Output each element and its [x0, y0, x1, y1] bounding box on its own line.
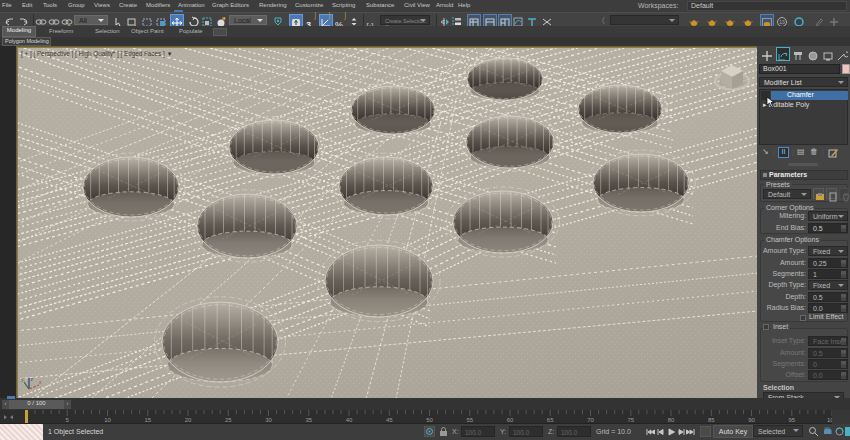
svg-text:85: 85: [708, 417, 715, 423]
svg-text:80: 80: [668, 417, 675, 423]
svg-text:10: 10: [104, 417, 111, 423]
svg-text:40: 40: [346, 417, 353, 423]
svg-text:13: 13: [779, 19, 785, 25]
svg-text:30: 30: [265, 417, 272, 423]
svg-text:65: 65: [547, 417, 554, 423]
svg-text:45: 45: [386, 417, 393, 423]
svg-text:90: 90: [748, 417, 755, 423]
svg-text:15: 15: [144, 417, 151, 423]
svg-text:70: 70: [587, 417, 594, 423]
svg-text:55: 55: [466, 417, 473, 423]
svg-text:25: 25: [225, 417, 232, 423]
svg-text:35: 35: [305, 417, 312, 423]
svg-text:60: 60: [507, 417, 514, 423]
svg-text:75: 75: [627, 417, 634, 423]
svg-text:95: 95: [788, 417, 795, 423]
svg-text:20: 20: [185, 417, 192, 423]
svg-text:50: 50: [426, 417, 433, 423]
svg-text:[ + ] [ Perspective ] [ High Q: [ + ] [ Perspective ] [ High Quality* ] …: [21, 50, 173, 58]
